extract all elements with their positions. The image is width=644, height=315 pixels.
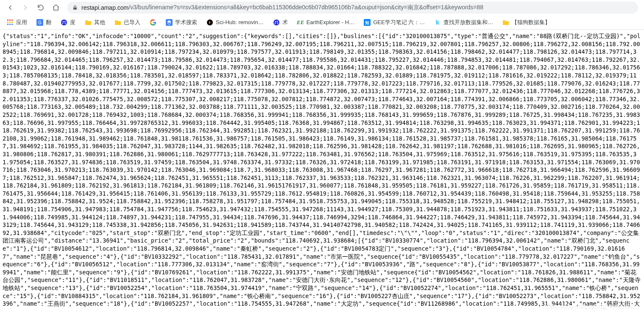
bookmark-label: GEE学习笔记 六：… xyxy=(373,19,425,26)
svg-rect-4 xyxy=(7,22,8,23)
kaggle-icon: k xyxy=(434,19,441,26)
bookmark-label: 其他 xyxy=(94,19,105,26)
bookmark-label: 学术搜索 xyxy=(175,19,197,26)
bookmark-item[interactable]: Sci-Hub: removin… xyxy=(203,17,267,28)
back-button[interactable] xyxy=(3,1,17,14)
reload-button[interactable] xyxy=(34,1,47,14)
bookmark-item[interactable]: 学术搜索 xyxy=(162,17,201,28)
svg-point-20 xyxy=(275,21,276,22)
svg-rect-2 xyxy=(9,19,11,21)
lock-icon xyxy=(72,5,78,11)
svg-point-21 xyxy=(277,21,278,22)
browser-toolbar: restapi.amap.com/v3/bus/linename?s=rsv3&… xyxy=(0,0,644,15)
svg-text:G: G xyxy=(38,20,42,25)
apps-icon xyxy=(7,19,14,26)
svg-rect-1 xyxy=(7,19,8,21)
bookmark-label: 查找开放数据集和… xyxy=(443,19,493,26)
reload-icon xyxy=(37,4,45,11)
bookmark-label: 应用 xyxy=(16,19,27,26)
g-trans-icon: G xyxy=(36,19,43,26)
bookmark-item[interactable]: k查找开放数据集和… xyxy=(431,17,496,28)
response-body: {"status":"1","info":"OK","infocode":"10… xyxy=(0,30,644,309)
svg-rect-0 xyxy=(73,7,77,9)
bookmark-item[interactable]: 知GEE学习笔记 六：… xyxy=(360,17,428,28)
svg-point-22 xyxy=(275,22,276,24)
bookmark-label: 【猫狗数据集】 xyxy=(512,19,550,26)
bookmark-label: 术 xyxy=(282,19,288,26)
bookmark-label: EarthExplorer - H… xyxy=(307,19,354,25)
google-icon xyxy=(150,19,156,26)
bookmarks-bar: 应用G翻度其他已导入学术搜索Sci-Hub: removin…术EEEarthE… xyxy=(0,15,644,30)
svg-text:知: 知 xyxy=(365,20,369,25)
bookmark-item[interactable] xyxy=(146,17,160,28)
bookmark-item[interactable]: 已导入 xyxy=(111,17,144,28)
url-path: /v3/bus/linename?s=rsv3&extensions=all&k… xyxy=(128,4,483,11)
svg-rect-8 xyxy=(9,24,11,25)
bookmark-item[interactable]: 应用 xyxy=(3,17,31,28)
bookmark-item[interactable]: G翻 xyxy=(33,17,55,28)
bookmark-item[interactable]: 其他 xyxy=(81,17,109,28)
ee-icon: EE xyxy=(297,19,304,26)
bookmark-item[interactable]: 度 xyxy=(57,17,79,28)
watermark: https://blog.csdn.net/qq_41627642 xyxy=(544,303,636,310)
bookmark-label: 度 xyxy=(70,19,75,26)
bookmark-item[interactable]: 【猫狗数据集】 xyxy=(499,17,554,28)
url-host: restapi.amap.com xyxy=(81,4,128,11)
svg-rect-3 xyxy=(11,19,13,21)
svg-point-15 xyxy=(62,22,63,24)
scihub-icon xyxy=(206,19,213,26)
svg-rect-6 xyxy=(11,22,13,23)
svg-point-13 xyxy=(63,21,64,22)
home-button[interactable] xyxy=(49,1,63,14)
baidu2-icon xyxy=(273,19,280,26)
svg-point-12 xyxy=(61,19,67,25)
home-icon xyxy=(52,4,60,11)
bookmark-label: Sci-Hub: removin… xyxy=(216,19,264,25)
arrow-left-icon xyxy=(6,4,14,11)
folder-icon xyxy=(502,19,509,26)
baidu-icon xyxy=(61,19,67,26)
svg-rect-5 xyxy=(9,22,11,23)
bookmark-label: 翻 xyxy=(46,19,51,26)
scholar-icon xyxy=(166,19,173,26)
address-bar[interactable]: restapi.amap.com/v3/bus/linename?s=rsv3&… xyxy=(67,2,638,14)
svg-rect-7 xyxy=(7,24,8,25)
folder-icon xyxy=(114,19,121,26)
svg-point-16 xyxy=(65,22,66,24)
zhihu-icon: 知 xyxy=(364,19,371,26)
bookmark-label: 已导入 xyxy=(124,19,140,26)
svg-point-23 xyxy=(277,22,278,24)
svg-point-19 xyxy=(273,19,279,25)
svg-point-14 xyxy=(64,21,65,22)
bookmark-item[interactable]: 术 xyxy=(270,17,291,28)
arrow-right-icon xyxy=(22,4,29,11)
forward-button[interactable] xyxy=(19,1,32,14)
bookmark-item[interactable]: EEEarthExplorer - H… xyxy=(294,17,358,28)
svg-rect-9 xyxy=(11,24,13,25)
folder-icon xyxy=(85,19,92,26)
